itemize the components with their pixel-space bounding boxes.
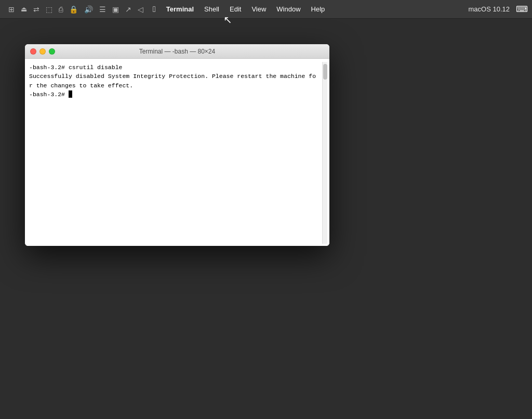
menubar-right: macOS 10.12 ⌨ xyxy=(469,4,528,14)
window-buttons xyxy=(25,48,60,55)
toolbar-icon-share[interactable]: ↗ xyxy=(125,5,131,14)
terminal-title: Terminal — -bash — 80×24 xyxy=(139,48,215,55)
terminal-cursor xyxy=(69,90,72,98)
toolbar-icon-eject[interactable]: ⏏ xyxy=(21,5,27,13)
toolbar-icons: ⊞ ⏏ ⇄ ⬚ ⎙ 🔒 🔊 ☰ ▣ ↗ ◁ xyxy=(4,5,148,14)
toolbar-icon-menu[interactable]: ☰ xyxy=(99,5,106,14)
toolbar-icon-back[interactable]: ◁ xyxy=(138,5,143,14)
close-button[interactable] xyxy=(30,48,36,55)
terminal-body: -bash-3.2# csrutil disable Successfully … xyxy=(27,62,322,244)
menu-terminal[interactable]: Terminal xyxy=(161,3,199,15)
menu-view[interactable]: View xyxy=(246,3,271,15)
minimize-button[interactable] xyxy=(39,48,46,55)
toolbar-icon-print[interactable]: ⎙ xyxy=(59,5,63,14)
toolbar-icon-grid[interactable]: ⊞ xyxy=(8,5,15,14)
terminal-window: Terminal — -bash — 80×24 -bash-3.2# csru… xyxy=(25,44,329,246)
menubar: ⊞ ⏏ ⇄ ⬚ ⎙ 🔒 🔊 ☰ ▣ ↗ ◁  Terminal Shell E… xyxy=(0,0,532,19)
menu-shell[interactable]: Shell xyxy=(199,3,224,15)
keyboard-icon: ⌨ xyxy=(516,4,528,14)
menu-window[interactable]: Window xyxy=(271,3,305,15)
os-label: macOS 10.12 xyxy=(469,5,510,13)
terminal-content[interactable]: -bash-3.2# csrutil disable Successfully … xyxy=(25,59,329,246)
toolbar-icon-arrows[interactable]: ⇄ xyxy=(33,5,39,14)
toolbar-icon-terminal[interactable]: ▣ xyxy=(112,5,119,14)
terminal-scrollbar[interactable] xyxy=(322,62,327,244)
terminal-titlebar: Terminal — -bash — 80×24 xyxy=(25,44,329,59)
scrollbar-thumb[interactable] xyxy=(323,64,327,80)
terminal-output: -bash-3.2# csrutil disable Successfully … xyxy=(29,63,320,99)
menubar-left: ⊞ ⏏ ⇄ ⬚ ⎙ 🔒 🔊 ☰ ▣ ↗ ◁  Terminal Shell E… xyxy=(4,3,330,15)
toolbar-icon-monitor[interactable]: ⬚ xyxy=(46,5,52,14)
apple-logo[interactable]:  xyxy=(148,5,161,14)
toolbar-icon-volume[interactable]: 🔊 xyxy=(84,5,93,14)
toolbar-icon-lock[interactable]: 🔒 xyxy=(69,5,78,14)
menu-edit[interactable]: Edit xyxy=(224,3,246,15)
maximize-button[interactable] xyxy=(49,48,55,55)
menu-help[interactable]: Help xyxy=(306,3,330,15)
